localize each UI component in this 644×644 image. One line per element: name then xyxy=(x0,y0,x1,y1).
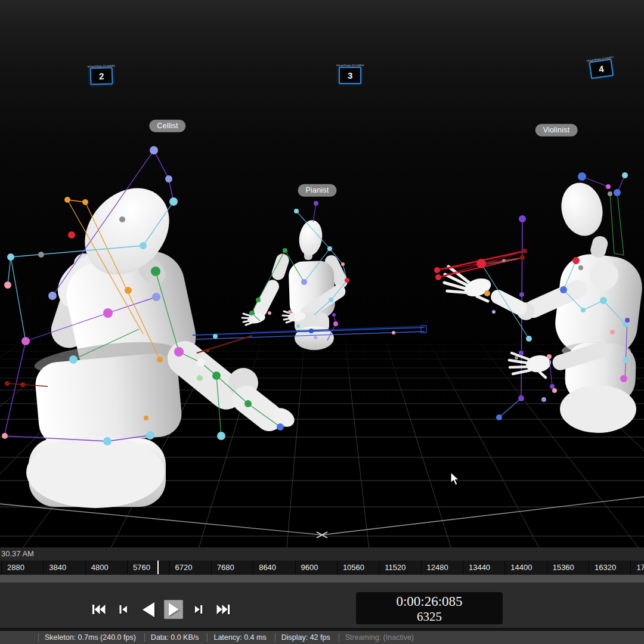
status-separator xyxy=(207,633,208,642)
status-separator xyxy=(144,633,145,642)
mouse-cursor xyxy=(450,472,460,486)
frame-number-value: 6325 xyxy=(356,610,503,624)
timeline-clock-label: 30.37 AM xyxy=(1,549,34,558)
actor-label-violinist[interactable]: Violinist xyxy=(535,124,578,137)
timeline-tick-11520[interactable]: 11520 xyxy=(379,561,420,574)
timecode-display: 0:00:26:085 6325 xyxy=(356,592,503,624)
status-bar: Skeleton: 0.7ms (240.0 fps)Data: 0.0 KB/… xyxy=(0,631,644,644)
timeline-tick-4800[interactable]: 4800 xyxy=(85,561,127,574)
status-item-1: Data: 0.0 KB/s xyxy=(144,633,208,642)
status-item-3: Display: 42 fps xyxy=(275,633,339,642)
timeline-tick-8640[interactable]: 8640 xyxy=(253,561,295,574)
status-item-0: Skeleton: 0.7ms (240.0 fps) xyxy=(38,633,144,642)
status-separator xyxy=(38,633,39,642)
bar-left-triangle-icon xyxy=(119,605,128,614)
jump-to-start-button[interactable] xyxy=(88,599,109,620)
bar-double-left-triangle-icon xyxy=(92,605,106,614)
timeline-tick-13440[interactable]: 13440 xyxy=(463,561,504,574)
timeline-tick-6720[interactable]: 6720 xyxy=(169,561,210,574)
actor-label-cellist[interactable]: Cellist xyxy=(149,120,185,132)
play-forward-button[interactable] xyxy=(164,600,183,619)
camera-3-label: Virtual Prime 13 #16854 xyxy=(336,64,364,67)
status-item-label: Latency: 0.4 ms xyxy=(213,633,266,642)
camera-2-number[interactable]: 2 xyxy=(90,67,113,85)
play-backward-button[interactable] xyxy=(138,599,159,620)
motive-motion-capture-app: { "viewport": { "actor_labels": { "celli… xyxy=(0,0,644,644)
status-item-label: Data: 0.0 KB/s xyxy=(151,633,199,642)
timeline-tick-7680[interactable]: 7680 xyxy=(211,561,253,574)
double-right-triangle-bar-icon xyxy=(216,605,230,614)
timecode-value: 0:00:26:085 xyxy=(356,593,503,610)
camera-marker-2[interactable]: Virtual Prime 13 #13096 2 xyxy=(82,64,120,85)
status-item-label: Display: 42 fps xyxy=(281,633,330,642)
status-separator xyxy=(339,633,339,642)
timeline-tick-16320[interactable]: 16320 xyxy=(589,561,630,574)
status-item-label: Skeleton: 0.7ms (240.0 fps) xyxy=(45,633,136,642)
timeline-tick-3840[interactable]: 3840 xyxy=(43,561,85,574)
step-forward-button[interactable] xyxy=(188,599,209,620)
timeline-clock-row: 30.37 AM xyxy=(0,547,644,561)
timeline-tick-14400[interactable]: 14400 xyxy=(504,561,546,574)
timeline-tick-2880[interactable]: 2880 xyxy=(1,561,43,574)
left-triangle-icon xyxy=(143,602,155,617)
right-triangle-bar-icon xyxy=(194,605,203,614)
timeline-tick-15360[interactable]: 15360 xyxy=(547,561,589,574)
status-item-4: Streaming: (Inactive) xyxy=(339,633,422,642)
status-separator xyxy=(275,633,275,642)
status-item-2: Latency: 0.4 ms xyxy=(207,633,274,642)
viewport-3d[interactable]: Virtual Prime 13 #13096 2 Virtual Prime … xyxy=(0,0,644,547)
timeline-tick-10560[interactable]: 10560 xyxy=(337,561,379,574)
timeline-frame-ruler[interactable]: 2880384048005760672076808640960010560115… xyxy=(0,561,644,574)
camera-3-number[interactable]: 3 xyxy=(339,67,361,84)
timeline-tick-12480[interactable]: 12480 xyxy=(421,561,463,574)
step-back-button[interactable] xyxy=(113,599,134,620)
timeline-tick-5760[interactable]: 5760 xyxy=(127,561,169,574)
timeline-tick-17280[interactable]: 17280 xyxy=(630,561,644,574)
camera-4-number[interactable]: 4 xyxy=(589,58,614,79)
timeline-range-scrollbar[interactable] xyxy=(0,574,644,583)
jump-to-end-button[interactable] xyxy=(212,599,234,620)
actor-label-pianist[interactable]: Pianist xyxy=(298,184,337,197)
camera-marker-3[interactable]: Virtual Prime 13 #16854 3 xyxy=(331,64,369,84)
status-item-label: Streaming: (Inactive) xyxy=(345,633,414,642)
transport-bar: 0:00:26:085 6325 xyxy=(0,583,644,628)
timeline-tick-9600[interactable]: 9600 xyxy=(295,561,337,574)
right-triangle-icon xyxy=(169,603,179,616)
